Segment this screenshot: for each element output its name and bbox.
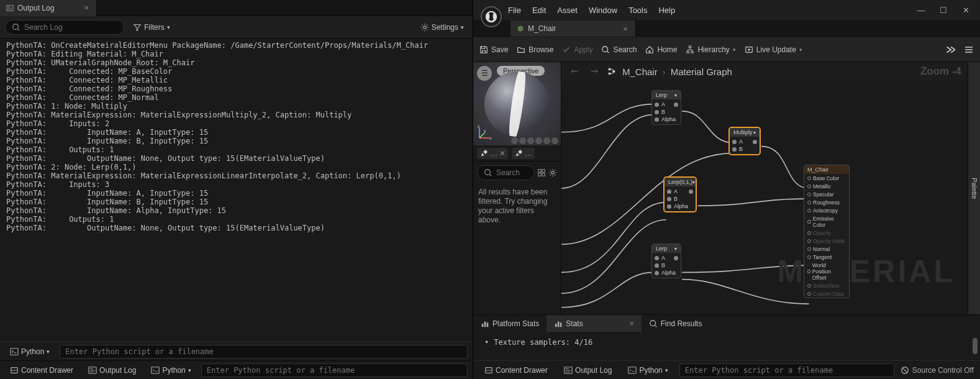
svg-point-7 [518, 26, 524, 32]
browse-button[interactable]: Browse [517, 45, 553, 54]
terminal-icon [628, 366, 637, 375]
scrollbar-thumb[interactable] [973, 338, 978, 354]
node-multiply[interactable]: Multiply▾ A B [729, 127, 760, 155]
close-button[interactable]: ✕ [959, 6, 973, 15]
cmd-input[interactable] [201, 363, 468, 377]
close-icon[interactable]: × [83, 3, 90, 12]
tab-platform-stats[interactable]: Platform Stats [473, 315, 547, 332]
nav-back-button[interactable]: 🡐 [568, 65, 581, 78]
python-input[interactable] [60, 345, 468, 358]
home-button[interactable]: Home [645, 45, 677, 54]
log-toolbar: Filters ▾ Settings ▾ [0, 16, 473, 39]
filter-message: All results have been filtered. Try chan… [473, 184, 561, 229]
log-search-box[interactable] [5, 20, 124, 35]
menu-tools[interactable]: Tools [628, 6, 647, 15]
log-output[interactable]: PythonTA: OnCreateMateiralEditorMenu Pac… [0, 39, 473, 342]
python-footer-selector[interactable]: Python ▾ [146, 364, 196, 377]
brush-icon[interactable] [514, 149, 523, 158]
node-material-result[interactable]: M_Chair Base Color Metallic Specular Rou… [804, 165, 850, 298]
search-icon [484, 168, 492, 177]
menu-help[interactable]: Help [658, 6, 675, 15]
material-editor-body: ☰ Perspective zxy …✕ … All resu [473, 62, 980, 314]
output-log-button[interactable]: Output Log [83, 364, 141, 377]
content-drawer-button[interactable]: Content Drawer [5, 364, 78, 377]
menu-file[interactable]: File [508, 6, 521, 15]
palette-tab[interactable]: Palette [968, 62, 980, 314]
content-drawer-button[interactable]: Content Drawer [479, 364, 553, 377]
log-search-input[interactable] [24, 23, 117, 32]
node-lerp-2[interactable]: Lerp(0,1,)▾ A B Alpha [664, 177, 696, 212]
terminal-icon [151, 366, 160, 375]
breadcrumb-root[interactable]: M_Chair [622, 66, 658, 77]
search-icon [601, 45, 610, 54]
content-drawer-label: Content Drawer [21, 366, 73, 375]
palette-search-box[interactable] [477, 165, 535, 180]
graph-grid [561, 62, 968, 314]
python-selector[interactable]: Python ▾ [5, 345, 55, 358]
python-label: Python [21, 347, 44, 356]
tab-stats[interactable]: Stats × [547, 315, 641, 332]
close-icon[interactable]: × [622, 24, 629, 34]
source-control-button[interactable]: Source Control Off [901, 366, 974, 375]
tab-output-log[interactable]: Output Log × [0, 0, 97, 16]
overflow-icon[interactable] [944, 44, 955, 55]
tab-find-results[interactable]: Find Results [642, 315, 710, 332]
menu-asset[interactable]: Asset [557, 6, 578, 15]
svg-rect-29 [555, 324, 557, 327]
breadcrumb-sub[interactable]: Material Graph [671, 66, 732, 77]
live-update-button[interactable]: Live Update ▾ [745, 45, 802, 54]
node-lerp-3[interactable]: Lerp▾ A B Alpha [651, 244, 681, 278]
maximize-button[interactable]: ☐ [937, 6, 950, 15]
left-tab-bar: Output Log × [0, 0, 473, 16]
material-graph[interactable]: 🡐 🡒 M_Chair › Material Graph Zoom -4 MAT… [561, 62, 968, 314]
brush-icon[interactable] [479, 149, 488, 158]
palette-search-input[interactable] [496, 168, 527, 177]
output-log-panel: Output Log × Filters ▾ Settings ▾ Python… [0, 0, 473, 379]
breadcrumb[interactable]: M_Chair › Material Graph [622, 66, 732, 77]
python-selector[interactable]: Python ▾ [623, 364, 673, 377]
log-icon [88, 366, 97, 375]
list-icon[interactable] [964, 45, 974, 55]
material-preview[interactable]: ☰ Perspective zxy [473, 62, 561, 145]
nav-forward-button[interactable]: 🡒 [588, 65, 601, 78]
svg-point-8 [602, 46, 608, 52]
svg-point-22 [551, 171, 554, 174]
grid-icon[interactable] [537, 168, 546, 177]
material-editor-footer: Content Drawer Output Log Python ▾ Sourc… [473, 360, 980, 379]
primitive-shapes[interactable] [511, 137, 558, 144]
source-control-off-icon [901, 366, 909, 375]
material-editor-toolbar: Save Browse Apply Search Home Hierarchy … [473, 37, 980, 62]
bottom-tabs: Platform Stats Stats × Find Results [473, 314, 980, 332]
preview-sphere [484, 71, 550, 137]
svg-point-13 [748, 48, 750, 51]
svg-rect-26 [482, 324, 484, 327]
svg-rect-21 [542, 173, 545, 176]
save-button[interactable]: Save [479, 45, 508, 54]
svg-text:x: x [489, 136, 492, 140]
apply-button[interactable]: Apply [562, 45, 592, 54]
chevron-right-icon: › [663, 66, 666, 77]
output-log-button[interactable]: Output Log [559, 364, 617, 377]
cmd-input[interactable] [679, 363, 894, 377]
tab-material[interactable]: M_Chair × [510, 21, 636, 37]
svg-rect-19 [542, 170, 545, 172]
unreal-logo[interactable] [481, 6, 502, 27]
search-button[interactable]: Search [601, 45, 637, 54]
close-icon[interactable]: × [630, 319, 634, 328]
tab-label: Output Log [17, 4, 54, 12]
menu-edit[interactable]: Edit [532, 6, 546, 15]
minimize-button[interactable]: — [914, 6, 928, 15]
clear-icon[interactable]: ✕ [499, 149, 506, 158]
menu-window[interactable]: Window [589, 6, 617, 15]
settings-dropdown[interactable]: Settings ▾ [417, 22, 468, 33]
gear-icon[interactable] [548, 168, 557, 177]
graph-icon [607, 67, 616, 76]
preview-menu-button[interactable]: ☰ [477, 66, 492, 81]
svg-rect-23 [609, 68, 611, 71]
hierarchy-button[interactable]: Hierarchy ▾ [686, 45, 735, 54]
filters-dropdown[interactable]: Filters ▾ [129, 22, 174, 33]
material-sidebar: ☰ Perspective zxy …✕ … All resu [473, 62, 561, 314]
svg-rect-6 [152, 367, 159, 373]
node-lerp-1[interactable]: Lerp▾ A B Alpha [651, 90, 681, 125]
python-input-bar: Python ▾ [0, 342, 473, 360]
